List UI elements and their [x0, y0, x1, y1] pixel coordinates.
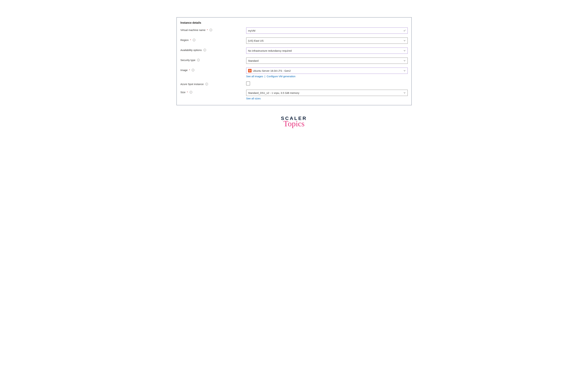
- label-text-region: Region: [180, 39, 189, 42]
- required-marker: *: [187, 91, 188, 94]
- availability-value: No infrastructure redundancy required: [248, 49, 403, 52]
- see-all-images-link[interactable]: See all images: [246, 75, 263, 78]
- row-availability: Availability options i No infrastructure…: [180, 48, 408, 54]
- region-value: (US) East US: [248, 39, 403, 42]
- label-text-size: Size: [180, 91, 185, 94]
- size-value: Standard_DS1_v2 - 1 vcpu, 3.5 GiB memory: [248, 91, 403, 94]
- see-all-sizes-link[interactable]: See all sizes: [246, 97, 261, 100]
- chevron-down-icon: [403, 70, 406, 72]
- separator: |: [264, 75, 265, 78]
- label-vm-name: Virtual machine name * i: [180, 28, 246, 31]
- label-region: Region * i: [180, 37, 246, 42]
- brand-line2: Topics: [177, 119, 412, 128]
- info-icon[interactable]: i: [193, 39, 195, 41]
- info-icon[interactable]: i: [197, 59, 200, 61]
- label-text-security: Security type: [180, 59, 196, 62]
- security-value: Standard: [248, 59, 403, 62]
- info-icon[interactable]: i: [192, 69, 194, 71]
- row-size: Size * i Standard_DS1_v2 - 1 vcpu, 3.5 G…: [180, 90, 408, 100]
- label-security: Security type i: [180, 57, 246, 62]
- chevron-down-icon: [403, 91, 406, 94]
- vm-name-input[interactable]: myVM: [246, 28, 408, 34]
- configure-vm-generation-link[interactable]: Configure VM generation: [267, 75, 296, 78]
- row-security: Security type i Standard: [180, 57, 408, 64]
- required-marker: *: [189, 69, 190, 71]
- label-spot: Azure Spot instance i: [180, 82, 246, 85]
- label-text-image: Image: [180, 69, 188, 71]
- label-availability: Availability options i: [180, 48, 246, 51]
- ubuntu-icon: [248, 69, 252, 72]
- vm-name-value: myVM: [248, 29, 403, 32]
- label-text-availability: Availability options: [180, 49, 202, 51]
- size-select[interactable]: Standard_DS1_v2 - 1 vcpu, 3.5 GiB memory: [246, 90, 408, 96]
- brand-logo: SCALER Topics: [177, 116, 412, 128]
- label-text-vm-name: Virtual machine name: [180, 28, 205, 31]
- row-vm-name: Virtual machine name * i myVM: [180, 28, 408, 34]
- info-icon[interactable]: i: [204, 49, 206, 51]
- required-marker: *: [190, 39, 191, 42]
- check-icon: [403, 29, 406, 32]
- row-image: Image * i Ubuntu Server 18.04 LTS - Gen2…: [180, 68, 408, 78]
- chevron-down-icon: [403, 59, 406, 62]
- availability-select[interactable]: No infrastructure redundancy required: [246, 48, 408, 54]
- section-title: Instance details: [180, 21, 408, 24]
- info-icon[interactable]: i: [210, 29, 212, 31]
- image-select[interactable]: Ubuntu Server 18.04 LTS - Gen2: [246, 68, 408, 74]
- info-icon[interactable]: i: [190, 91, 192, 93]
- spot-checkbox[interactable]: [246, 82, 250, 85]
- required-marker: *: [207, 28, 208, 31]
- region-select[interactable]: (US) East US: [246, 37, 408, 44]
- row-spot: Azure Spot instance i: [180, 82, 408, 86]
- instance-details-panel: Instance details Virtual machine name * …: [177, 17, 412, 105]
- security-select[interactable]: Standard: [246, 57, 408, 64]
- label-image: Image * i: [180, 68, 246, 71]
- chevron-down-icon: [403, 39, 406, 42]
- chevron-down-icon: [403, 49, 406, 52]
- label-text-spot: Azure Spot instance: [180, 83, 204, 85]
- image-value: Ubuntu Server 18.04 LTS - Gen2: [253, 69, 403, 72]
- row-region: Region * i (US) East US: [180, 37, 408, 44]
- label-size: Size * i: [180, 90, 246, 94]
- info-icon[interactable]: i: [205, 83, 208, 85]
- size-helper: See all sizes: [246, 97, 408, 100]
- image-helper: See all images | Configure VM generation: [246, 75, 408, 78]
